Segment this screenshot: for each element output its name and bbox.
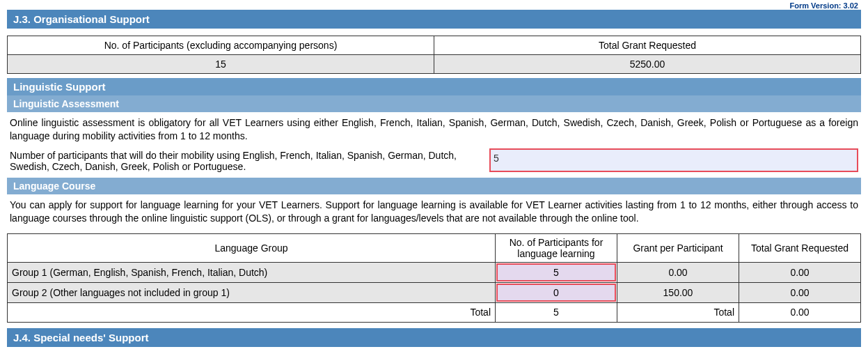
total-label-left: Total	[8, 302, 496, 322]
table-row: Group 2 (Other languages not included in…	[8, 282, 861, 302]
group1-label: Group 1 (German, English, Spanish, Frenc…	[8, 262, 496, 282]
total-label-right: Total	[617, 302, 739, 322]
linguistic-assessment-text: Online linguistic assessment is obligato…	[7, 112, 861, 147]
org-support-table: No. of Participants (excluding accompany…	[7, 36, 861, 74]
language-course-table: Language Group No. of Participants for l…	[7, 233, 861, 323]
grand-total: 0.00	[739, 302, 861, 322]
lang-col3-header: Grant per Participant	[617, 233, 739, 262]
group2-grant-per: 150.00	[617, 282, 739, 302]
group2-participants-input[interactable]: 0	[496, 284, 616, 302]
group1-total: 0.00	[739, 262, 861, 282]
linguistic-support-header: Linguistic Support	[7, 78, 861, 95]
org-grant-value: 5250.00	[434, 55, 861, 74]
linguistic-assessment-header: Linguistic Assessment	[7, 95, 861, 112]
org-col2-header: Total Grant Requested	[434, 36, 861, 55]
participants-total: 5	[496, 302, 617, 322]
group2-label: Group 2 (Other languages not included in…	[8, 282, 496, 302]
lang-col4-header: Total Grant Requested	[739, 233, 861, 262]
language-course-header: Language Course	[7, 178, 861, 194]
language-course-text: You can apply for support for language l…	[7, 194, 861, 229]
form-version-label: Form Version: 3.02	[7, 0, 861, 10]
table-total-row: Total 5 Total 0.00	[8, 302, 861, 322]
org-col1-header: No. of Participants (excluding accompany…	[8, 36, 434, 55]
group1-participants-input[interactable]: 5	[496, 263, 616, 281]
assessment-participants-row: Number of participants that will do thei…	[7, 147, 861, 178]
lang-col2-header: No. of Participants for language learnin…	[496, 233, 617, 262]
org-participants-value: 15	[8, 55, 434, 74]
table-row: Group 1 (German, English, Spanish, Frenc…	[8, 262, 861, 282]
lang-col1-header: Language Group	[8, 233, 496, 262]
assessment-participants-label: Number of participants that will do thei…	[10, 148, 478, 172]
group2-total: 0.00	[739, 282, 861, 302]
section-j3-header: J.3. Organisational Support	[7, 10, 861, 29]
section-j4-header: J.4. Special needs' Support	[7, 328, 861, 347]
assessment-participants-input[interactable]: 5	[489, 148, 858, 172]
group1-grant-per: 0.00	[617, 262, 739, 282]
